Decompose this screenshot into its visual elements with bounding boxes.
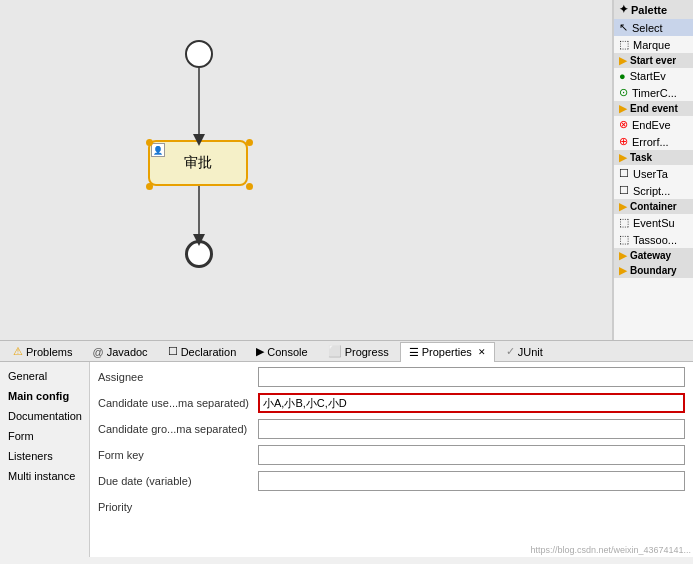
form-key-value xyxy=(258,445,685,465)
eventsub-label: EventSu xyxy=(633,217,675,229)
palette-section-gateway[interactable]: ▶ Gateway xyxy=(614,248,693,263)
props-row-candidate-groups: Candidate gro...ma separated) xyxy=(98,418,685,440)
corner-dot-tr xyxy=(246,139,253,146)
eventsub-icon: ⬚ xyxy=(619,216,629,229)
folder-icon-end: ▶ xyxy=(619,103,627,114)
assignee-value xyxy=(258,367,685,387)
palette-eventsub-item[interactable]: ⬚ EventSu xyxy=(614,214,693,231)
props-nav-documentation[interactable]: Documentation xyxy=(0,406,89,426)
javadoc-tab-label: Javadoc xyxy=(107,346,148,358)
properties-tab-label: Properties xyxy=(422,346,472,358)
task-type-icon: 👤 xyxy=(151,143,165,157)
due-date-input[interactable] xyxy=(258,471,685,491)
candidate-groups-input[interactable] xyxy=(258,419,685,439)
folder-icon-container: ▶ xyxy=(619,201,627,212)
props-nav-main-config[interactable]: Main config xyxy=(0,386,89,406)
palette-select[interactable]: ↖ Select xyxy=(614,19,693,36)
palette-section-task[interactable]: ▶ Task xyxy=(614,150,693,165)
palette-marquee[interactable]: ⬚ Marque xyxy=(614,36,693,53)
palette-section-end-event[interactable]: ▶ End event xyxy=(614,101,693,116)
props-nav-general[interactable]: General xyxy=(0,366,89,386)
tabs-bar: ⚠ Problems @ Javadoc ☐ Declaration ▶ Con… xyxy=(0,341,693,362)
palette-timer-item[interactable]: ⊙ TimerC... xyxy=(614,84,693,101)
palette-end-event-item[interactable]: ⊗ EndEve xyxy=(614,116,693,133)
palette-subprocess-item[interactable]: ⬚ Tassoo... xyxy=(614,231,693,248)
task-label: 审批 xyxy=(184,154,212,172)
end-event-label: EndEve xyxy=(632,119,671,131)
palette-section-start-event[interactable]: ▶ Start ever xyxy=(614,53,693,68)
declaration-tab-label: Declaration xyxy=(181,346,237,358)
props-row-priority: Priority xyxy=(98,496,685,518)
watermark: https://blog.csdn.net/weixin_43674141... xyxy=(530,545,691,555)
start-event-icon: ● xyxy=(619,70,626,82)
due-date-value xyxy=(258,471,685,491)
section-label-end: End event xyxy=(630,103,678,114)
problems-tab-label: Problems xyxy=(26,346,72,358)
tab-javadoc[interactable]: @ Javadoc xyxy=(83,342,156,361)
tab-problems[interactable]: ⚠ Problems xyxy=(4,341,81,361)
select-label: Select xyxy=(632,22,663,34)
candidate-users-input[interactable] xyxy=(258,393,685,413)
candidate-users-value xyxy=(258,393,685,413)
properties-right-content: Assignee Candidate use...ma separated) C… xyxy=(90,362,693,557)
palette-start-event-item[interactable]: ● StartEv xyxy=(614,68,693,84)
palette-section-boundary[interactable]: ▶ Boundary xyxy=(614,263,693,278)
properties-panel: General Main config Documentation Form L… xyxy=(0,362,693,557)
assignee-input[interactable] xyxy=(258,367,685,387)
end-event-shape[interactable] xyxy=(185,240,213,268)
props-nav-listeners[interactable]: Listeners xyxy=(0,446,89,466)
palette-error-item[interactable]: ⊕ Errorf... xyxy=(614,133,693,150)
console-tab-label: Console xyxy=(267,346,307,358)
props-nav-multi-instance[interactable]: Multi instance xyxy=(0,466,89,486)
tab-progress[interactable]: ⬜ Progress xyxy=(319,341,398,361)
tab-declaration[interactable]: ☐ Declaration xyxy=(159,341,246,361)
problems-tab-icon: ⚠ xyxy=(13,345,23,358)
assignee-label: Assignee xyxy=(98,371,258,383)
start-event-label: StartEv xyxy=(630,70,666,82)
error-label: Errorf... xyxy=(632,136,669,148)
form-key-input[interactable] xyxy=(258,445,685,465)
user-task-icon: ☐ xyxy=(619,167,629,180)
user-task-label: UserTa xyxy=(633,168,668,180)
canvas-area[interactable]: 审批 👤 xyxy=(0,0,613,340)
start-event-shape[interactable] xyxy=(185,40,213,68)
declaration-tab-icon: ☐ xyxy=(168,345,178,358)
section-label-gateway: Gateway xyxy=(630,250,671,261)
priority-label: Priority xyxy=(98,501,258,513)
palette-panel: ✦ Palette ↖ Select ⬚ Marque ▶ Start ever… xyxy=(613,0,693,340)
folder-icon-start: ▶ xyxy=(619,55,627,66)
timer-label: TimerC... xyxy=(632,87,677,99)
script-icon: ☐ xyxy=(619,184,629,197)
tab-properties[interactable]: ☰ Properties ✕ xyxy=(400,342,495,362)
candidate-users-label: Candidate use...ma separated) xyxy=(98,397,258,409)
palette-script-item[interactable]: ☐ Script... xyxy=(614,182,693,199)
props-row-form-key: Form key xyxy=(98,444,685,466)
tab-console[interactable]: ▶ Console xyxy=(247,341,316,361)
palette-section-container[interactable]: ▶ Container xyxy=(614,199,693,214)
cursor-icon: ↖ xyxy=(619,21,628,34)
candidate-groups-label: Candidate gro...ma separated) xyxy=(98,423,258,435)
due-date-label: Due date (variable) xyxy=(98,475,258,487)
canvas-arrows xyxy=(0,0,612,340)
properties-left-nav: General Main config Documentation Form L… xyxy=(0,362,90,557)
props-nav-form[interactable]: Form xyxy=(0,426,89,446)
tab-junit[interactable]: ✓ JUnit xyxy=(497,341,552,361)
main-container: 审批 👤 xyxy=(0,0,693,564)
top-area: 审批 👤 xyxy=(0,0,693,340)
corner-dot-br xyxy=(246,183,253,190)
folder-icon-boundary: ▶ xyxy=(619,265,627,276)
palette-title: Palette xyxy=(631,4,667,16)
script-label: Script... xyxy=(633,185,670,197)
section-label-task: Task xyxy=(630,152,652,163)
end-event-icon: ⊗ xyxy=(619,118,628,131)
progress-tab-label: Progress xyxy=(345,346,389,358)
palette-user-task-item[interactable]: ☐ UserTa xyxy=(614,165,693,182)
console-tab-icon: ▶ xyxy=(256,345,264,358)
properties-tab-close[interactable]: ✕ xyxy=(478,347,486,357)
corner-dot-bl xyxy=(146,183,153,190)
folder-icon-task: ▶ xyxy=(619,152,627,163)
junit-tab-icon: ✓ xyxy=(506,345,515,358)
section-label-boundary: Boundary xyxy=(630,265,677,276)
bottom-panel: ⚠ Problems @ Javadoc ☐ Declaration ▶ Con… xyxy=(0,340,693,557)
junit-tab-label: JUnit xyxy=(518,346,543,358)
